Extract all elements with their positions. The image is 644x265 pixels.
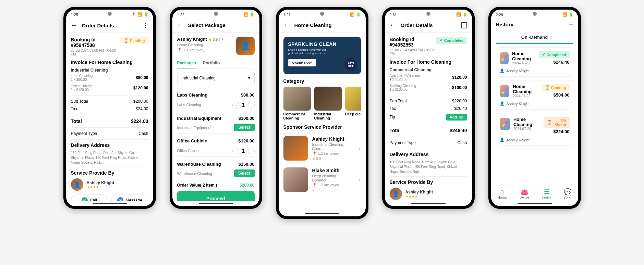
qty-minus[interactable]: − xyxy=(232,102,239,109)
provider-title: Service Provide By xyxy=(390,179,467,185)
provider-distance: 📍 1.1 km away xyxy=(312,151,355,156)
nav-order[interactable]: ☰Order xyxy=(542,188,551,200)
subtotal-label: Sub Total xyxy=(390,99,407,103)
phone-order-details-pending: 1:25 📍📶🔋 ← Order Details ⋮ Booking Id #9… xyxy=(63,7,156,209)
provider-rating: ★ 2.5 xyxy=(312,188,355,192)
provider-row[interactable]: Blake Smith Deep cleaning, Commer... 📍 1… xyxy=(283,164,361,195)
history-card[interactable]: 🧹 Home Cleaning2024-07-23 ✔ Completed$24… xyxy=(496,47,573,77)
order-price: $246.40 xyxy=(539,60,570,65)
vendor-name: Ashley Khight ★ 3.5 ⓘ xyxy=(177,37,233,42)
subtotal: $220.00 xyxy=(452,99,467,103)
info-icon[interactable]: ⓘ xyxy=(219,37,223,41)
home-indicator xyxy=(411,203,446,204)
provider-avatar: 👤 xyxy=(390,188,402,200)
back-icon[interactable]: ← xyxy=(390,22,396,29)
nav-home[interactable]: ⌂Home xyxy=(498,188,507,200)
tax-label: Tax xyxy=(71,106,77,111)
vendor-service: Home Cleaning xyxy=(177,43,233,47)
back-icon[interactable]: ← xyxy=(71,22,77,29)
page-title: Order Details xyxy=(82,23,137,28)
chevron-right-icon: › xyxy=(359,145,361,152)
category-item[interactable]: Commercial Cleaning xyxy=(283,87,311,120)
qty-plus[interactable]: + xyxy=(248,102,255,109)
clock: 1:22 xyxy=(177,13,184,17)
clock: 1:25 xyxy=(71,13,78,17)
category-heading: Category xyxy=(283,78,361,84)
payment-value: Cash xyxy=(457,140,467,145)
order-price: $504.00 xyxy=(542,92,569,98)
wifi-icon: 📶 xyxy=(244,12,248,17)
item-name: Office Cubicle xyxy=(71,84,92,88)
filter-icon[interactable]: ☰ xyxy=(569,22,573,27)
chat-icon: 💬 xyxy=(564,188,571,195)
call-button[interactable]: ✆Call xyxy=(71,194,108,201)
provider-name: Ashley Khight xyxy=(87,180,114,185)
tab-portfolio[interactable]: Portfolio xyxy=(203,58,220,68)
message-icon: ✉ xyxy=(117,197,123,201)
category-name: Commercial Cleaning xyxy=(283,112,311,120)
item-name: Building Cleaning xyxy=(390,84,416,88)
qty-minus[interactable]: − xyxy=(232,148,239,154)
nav-chat[interactable]: 💬Chat xyxy=(564,188,571,200)
battery-icon: 🔋 xyxy=(356,12,361,17)
category-dropdown[interactable]: Industrial Cleaning▾ xyxy=(177,72,255,84)
category-image xyxy=(283,87,311,111)
booking-date: 23 Jul 2024 03:00 PM - 04:00 PM xyxy=(71,49,121,56)
package-sub: Office Cubicle xyxy=(177,149,201,153)
order-title: Home Cleaning xyxy=(512,51,536,61)
history-card[interactable]: 🧹 Home Cleaning2024-07-23 ⏳ Pending$504.… xyxy=(496,80,573,110)
more-icon[interactable]: ⋮ xyxy=(142,22,148,29)
status-badge: ⏳ Pending xyxy=(120,37,148,44)
status-badge: ⏳ Pending xyxy=(542,84,569,91)
star-icon: ★ xyxy=(208,38,211,41)
wifi-icon: 📶 xyxy=(562,12,567,17)
provider-avatar: 👤 xyxy=(71,178,83,191)
tab-on-demand[interactable]: On -Demand xyxy=(496,31,573,44)
page-title: Select Package xyxy=(188,22,255,28)
category-item[interactable]: Industrial Cleaning xyxy=(314,87,342,120)
message-button[interactable]: ✉Message xyxy=(111,194,148,201)
category-name: Industrial Cleaning xyxy=(314,112,342,120)
select-button[interactable]: Select xyxy=(234,124,254,131)
category-item[interactable]: Deep cleani xyxy=(345,87,361,120)
order-title: Home Cleaning xyxy=(513,117,541,127)
history-card[interactable]: 🧹 Home Cleaning2024-07-23 ⏳ On Going$224… xyxy=(496,113,573,146)
qty-value: 1 xyxy=(242,102,245,108)
order-now-button[interactable]: ORDER NOW xyxy=(288,59,316,66)
scanner-icon[interactable] xyxy=(461,22,467,28)
order-value-label: Order Value( 2 item ) xyxy=(177,183,217,188)
qty-plus[interactable]: + xyxy=(248,148,255,154)
back-icon[interactable]: ← xyxy=(177,22,183,29)
home-icon: ⌂ xyxy=(500,188,504,195)
page-title: Order Details xyxy=(401,22,456,28)
rating-stars: ★★★★☆ xyxy=(87,185,114,189)
promo-banner[interactable]: SPARKLING CLEAN Enjoy a spotless home wi… xyxy=(283,37,361,74)
invoice-title: Invoice For Home Cleaning xyxy=(390,59,467,65)
camera-dot xyxy=(214,12,218,16)
provider-name: Ashley Khight xyxy=(312,136,355,142)
subtotal: $200.00 xyxy=(133,99,148,104)
tab-packages[interactable]: Packages xyxy=(177,58,196,68)
battery-icon: 🔋 xyxy=(569,12,573,17)
phone-order-details-completed: 2:31 📶🔋 ← Order Details Booking Id #9405… xyxy=(382,7,475,209)
nav-wallet[interactable]: 👛Wallet xyxy=(520,188,529,200)
cleaning-icon: 🧹 xyxy=(500,85,510,97)
order-icon: ☰ xyxy=(544,188,549,195)
battery-icon: 🔋 xyxy=(462,12,467,17)
home-indicator xyxy=(93,203,127,204)
select-button[interactable]: Select xyxy=(234,169,254,177)
category-name: Deep cleani xyxy=(345,112,361,116)
add-tip-button[interactable]: Add Tip xyxy=(446,114,467,121)
proceed-button[interactable]: Proceed xyxy=(177,191,255,201)
provider-avatar xyxy=(283,136,308,161)
item-price: $80.00 xyxy=(136,75,148,80)
payment-label: Payment Type xyxy=(390,140,416,145)
order-date: 2024-07-23 xyxy=(513,127,541,131)
camera-dot xyxy=(426,12,430,16)
address: 150 Feet Ring Road, Ram Aur Shyam Gola S… xyxy=(71,151,148,165)
back-icon[interactable]: ← xyxy=(283,22,290,29)
camera-dot xyxy=(533,12,537,16)
booking-date: 23 Jul 2024 04:00 PM - 05:00 PM xyxy=(390,48,436,56)
provider-row[interactable]: Ashley Khight Industrial Cleaning, Com..… xyxy=(283,132,361,164)
clock: 1:21 xyxy=(283,13,291,17)
